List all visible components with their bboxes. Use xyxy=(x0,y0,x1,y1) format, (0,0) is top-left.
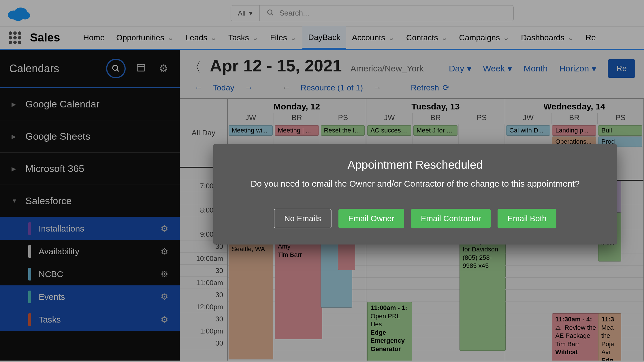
modal-btn-email-owner[interactable]: Email Owner xyxy=(338,209,404,228)
modal-btn-email-both[interactable]: Email Both xyxy=(498,209,556,228)
modal-body: Do you need to email the Owner and/or Co… xyxy=(231,179,600,189)
modal-btn-email-contractor[interactable]: Email Contractor xyxy=(411,209,491,228)
modal-btn-no-emails[interactable]: No Emails xyxy=(274,209,332,228)
modal-title: Appointment Rescheduled xyxy=(231,158,600,171)
reschedule-modal: Appointment Rescheduled Do you need to e… xyxy=(213,144,617,245)
modal-buttons: No EmailsEmail OwnerEmail ContractorEmai… xyxy=(231,209,600,228)
